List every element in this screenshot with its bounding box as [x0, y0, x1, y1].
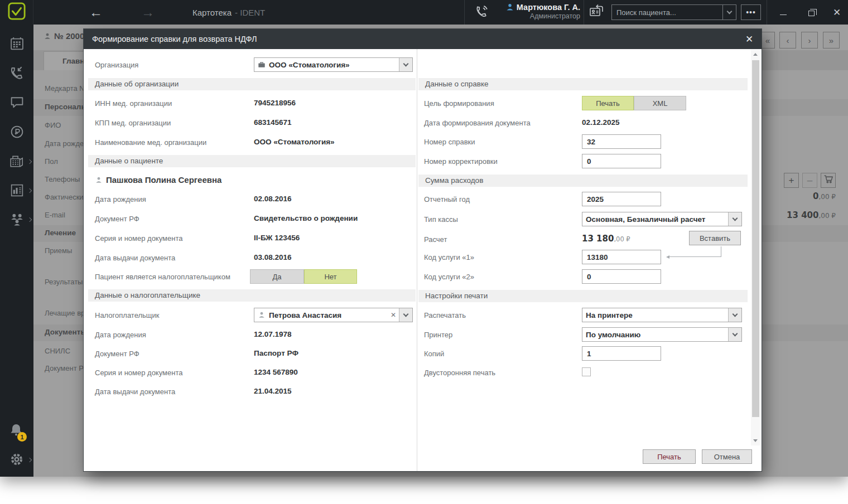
modal-header: Формирование справки для возврата НДФЛ — [84, 29, 762, 49]
minimize-button[interactable] — [771, 0, 796, 25]
titlebar-separator — [584, 0, 584, 25]
taxpayer-doc-issued-value: 21.04.2015 — [254, 387, 292, 397]
current-user[interactable]: Мартюкова Г. А. Администратор — [497, 0, 580, 25]
combobox-dropdown-button[interactable] — [399, 308, 412, 322]
minimize-icon — [780, 14, 787, 15]
search-input[interactable] — [612, 5, 722, 20]
organization-icon — [254, 61, 266, 69]
print-target-label: Распечатать — [424, 311, 466, 321]
service-code-1-input[interactable] — [582, 250, 661, 264]
cashbox-type-label: Тип кассы — [424, 215, 458, 225]
cert-number-input[interactable] — [582, 134, 661, 149]
patient-document-value: Свидетельство о рождении — [254, 214, 358, 224]
restore-button[interactable] — [799, 0, 823, 25]
sidebar-item-notifications[interactable]: 1 — [0, 419, 33, 444]
service-code-2-input[interactable] — [582, 269, 661, 284]
sidebar-item-settings[interactable] — [0, 448, 33, 473]
print-button[interactable]: Печать — [643, 449, 696, 464]
taxpayer-no-toggle[interactable]: Нет — [304, 269, 357, 284]
calculation-label: Расчет — [424, 235, 447, 245]
patient-name: Пашкова Полина Сергеевна — [95, 175, 221, 185]
doc-date-value: 02.12.2025 — [582, 118, 620, 128]
printer-combobox[interactable]: По умолчанию — [582, 327, 742, 342]
expand-chevron-icon — [27, 159, 32, 164]
patient-search — [611, 4, 736, 20]
purpose-print-toggle[interactable]: Печать — [582, 96, 634, 110]
sidebar-item-staff[interactable] — [0, 208, 33, 232]
cancel-button[interactable]: Отмена — [702, 449, 752, 464]
scroll-up-icon[interactable] — [753, 53, 758, 56]
combobox-dropdown-button[interactable] — [728, 328, 741, 341]
back-button[interactable]: ← — [84, 0, 108, 25]
purpose-xml-toggle[interactable]: XML — [634, 96, 686, 110]
patient-card-return-button[interactable] — [585, 0, 608, 25]
section-taxpayer-data: Данные о налогоплательщике — [88, 289, 416, 302]
patient-birthdate-label: Дата рождения — [95, 195, 146, 205]
report-year-input[interactable] — [582, 192, 661, 206]
close-icon: ✕ — [745, 33, 753, 45]
modal-title: Формирование справки для возврата НДФЛ — [92, 35, 257, 43]
cash-register-icon — [9, 153, 25, 171]
correction-number-input[interactable] — [582, 154, 661, 168]
sidebar-item-cash-register[interactable] — [0, 150, 33, 175]
cashbox-type-combobox[interactable]: Основная, Безналичный расчет — [582, 212, 742, 226]
more-icon: ••• — [746, 8, 756, 17]
organization-label: Организация — [95, 61, 138, 71]
column-divider — [417, 49, 417, 471]
cert-number-label: Номер справки — [424, 138, 475, 148]
app-logo-button[interactable] — [0, 0, 33, 25]
section-print-settings: Настройки печати — [418, 290, 748, 302]
duplex-label: Двусторонняя печать — [424, 369, 495, 379]
calls-button[interactable] — [469, 0, 493, 25]
people-icon — [9, 212, 25, 229]
copies-input[interactable] — [582, 346, 661, 361]
combobox-dropdown-button[interactable] — [728, 308, 741, 322]
notification-badge: 1 — [17, 432, 27, 442]
organization-combobox[interactable]: ООО «Стоматология» — [254, 57, 413, 72]
combobox-dropdown-button[interactable] — [728, 212, 741, 226]
user-role: Администратор — [497, 12, 580, 20]
titlebar-separator — [767, 0, 767, 25]
forward-button[interactable]: → — [136, 0, 160, 25]
taxpayer-doc-issued-label: Дата выдачи документа — [95, 387, 175, 398]
sidebar-item-messages[interactable] — [0, 90, 33, 115]
app-window: ← → Картотека - IDENT Мартюкова Г. А. Ад… — [0, 0, 848, 477]
section-patient-data: Данные о пациенте — [88, 155, 416, 167]
ndfl-certificate-modal: Формирование справки для возврата НДФЛ ✕… — [84, 29, 762, 471]
patient-doc-number-label: Серия и номер документа — [95, 234, 182, 244]
incoming-call-icon — [9, 65, 25, 83]
org-name-label: Наименование мед. организации — [95, 138, 206, 148]
close-window-button[interactable]: ✕ — [825, 0, 848, 25]
taxpayer-doc-number-value: 1234 567890 — [254, 368, 298, 378]
duplex-checkbox[interactable] — [582, 367, 591, 376]
insert-button[interactable]: Вставить — [689, 231, 741, 245]
taxpayer-yes-toggle[interactable]: Да — [250, 269, 304, 284]
section-expenses: Сумма расходов — [418, 175, 748, 187]
search-dropdown-button[interactable] — [722, 5, 736, 20]
inn-label: ИНН мед. организации — [95, 99, 172, 109]
scroll-down-icon[interactable] — [753, 439, 758, 442]
sidebar-item-reports[interactable] — [0, 179, 33, 203]
print-target-combobox[interactable]: На принтере — [582, 308, 742, 322]
report-chart-icon — [9, 183, 25, 200]
sidebar-item-payments[interactable] — [0, 120, 33, 145]
clear-taxpayer-button[interactable]: ✕ — [388, 311, 399, 319]
chevron-down-icon — [403, 61, 409, 66]
taxpayer-combobox[interactable]: Петрова Анастасия ✕ — [254, 308, 413, 322]
scrollbar-thumb[interactable] — [752, 60, 759, 417]
combobox-dropdown-button[interactable] — [399, 58, 412, 71]
sidebar-item-schedule[interactable] — [0, 32, 33, 57]
calculation-value: 13 180,00 ₽ — [582, 234, 630, 244]
window-title-secondary: - IDENT — [235, 8, 265, 17]
modal-close-button[interactable]: ✕ — [737, 29, 762, 49]
user-icon — [505, 3, 517, 12]
patient-birthdate-value: 02.08.2016 — [254, 195, 292, 205]
ident-logo-icon — [8, 2, 26, 22]
is-taxpayer-label: Пациент является налогоплательщиком — [95, 273, 230, 283]
sidebar-item-calls[interactable] — [0, 61, 33, 86]
insert-arrow-connector — [667, 246, 721, 257]
titlebar-separator — [464, 0, 465, 25]
modal-scrollbar[interactable] — [751, 50, 760, 445]
person-icon — [254, 311, 266, 319]
more-options-button[interactable]: ••• — [741, 4, 761, 20]
